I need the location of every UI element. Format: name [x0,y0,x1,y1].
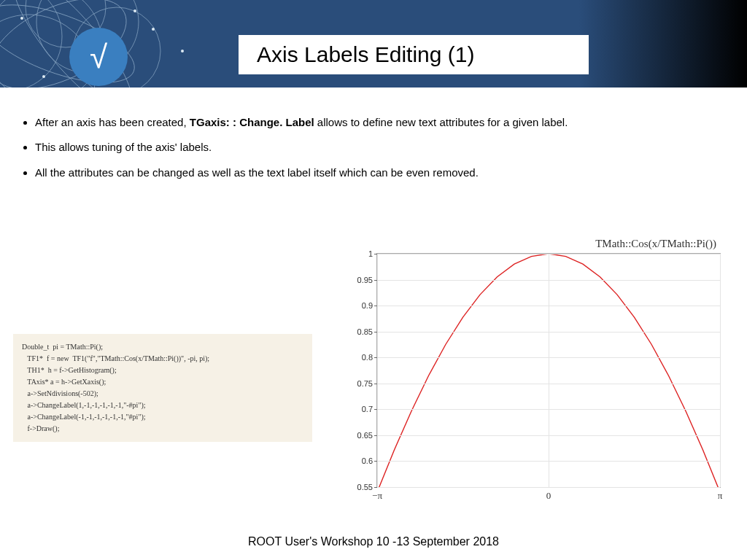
code-line: Double_t pi = TMath::Pi(); [22,341,303,353]
gridline-v [549,254,549,487]
header-fade [579,0,747,88]
x-tick-label: π [718,490,723,502]
svg-point-14 [133,9,136,12]
y-tick-label: 0.95 [357,276,373,284]
bullet-item: This allows tuning of the axis' labels. [35,140,729,155]
root-logo: √ [69,28,128,86]
code-line: a->SetNdivisions(-502); [22,388,303,400]
y-tick-label: 0.55 [357,483,373,491]
slide-footer: ROOT User's Workshop 10 -13 September 20… [0,535,747,548]
bullet-bold: TGaxis: : Change. Label [190,116,314,128]
code-line: TAxis* a = h->GetXaxis(); [22,376,303,388]
svg-point-13 [181,50,184,52]
code-line: TF1* f = new TF1("f","TMath::Cos(x/TMath… [22,353,303,365]
code-line: a->ChangeLabel(-1,-1,-1,-1,-1,-1,"#pi"); [22,411,303,423]
y-tick [374,487,377,488]
gridline-h [377,487,720,488]
code-snippet: Double_t pi = TMath::Pi(); TF1* f = new … [13,334,312,442]
gridline-v [377,254,378,487]
slide-body: After an axis has been created, TGaxis: … [0,88,747,180]
x-tick-label: 0 [546,490,551,502]
y-tick-label: 0.9 [362,301,373,310]
y-tick-label: 0.7 [362,405,373,413]
code-line: a->ChangeLabel(1,-1,-1,-1,-1,-1,"-#pi"); [22,400,303,411]
chart-container: TMath::Cos(x/TMath::Pi()) 0.550.60.650.7… [336,238,732,508]
y-tick-label: 1 [368,249,373,258]
bullet-text: This allows tuning of the axis' labels. [35,141,212,153]
code-line: f->Draw(); [22,423,303,435]
lower-region: Double_t pi = TMath::Pi(); TF1* f = new … [0,261,747,516]
gridline-v [720,254,721,487]
y-tick-label: 0.85 [357,327,373,336]
bullet-item: After an axis has been created, TGaxis: … [35,115,729,130]
svg-point-9 [20,17,23,20]
bullet-text: allows to define new text attributes for… [314,116,568,128]
y-tick-label: 0.65 [357,431,373,440]
svg-point-12 [42,75,45,78]
bullet-list: After an axis has been created, TGaxis: … [18,115,729,180]
y-tick-label: 0.75 [357,379,373,388]
y-tick-label: 0.8 [362,353,373,362]
bullet-text: All the attributes can be changed as wel… [35,166,479,179]
y-tick-label: 0.6 [362,456,373,465]
chart-title: TMath::Cos(x/TMath::Pi()) [336,238,732,250]
x-tick-label: −π [372,490,382,502]
slide-title: Axis Labels Editing (1) [248,39,506,74]
bullet-item: All the attributes can be changed as wel… [35,166,729,180]
code-line: TH1* h = f->GetHistogram(); [22,365,303,376]
svg-point-10 [152,28,155,31]
root-logo-glyph: √ [90,41,107,73]
bullet-text: After an axis has been created, [35,116,190,128]
plot-frame: 0.550.60.650.70.750.80.850.90.951−π0π [376,253,721,488]
svg-point-5 [0,0,62,88]
